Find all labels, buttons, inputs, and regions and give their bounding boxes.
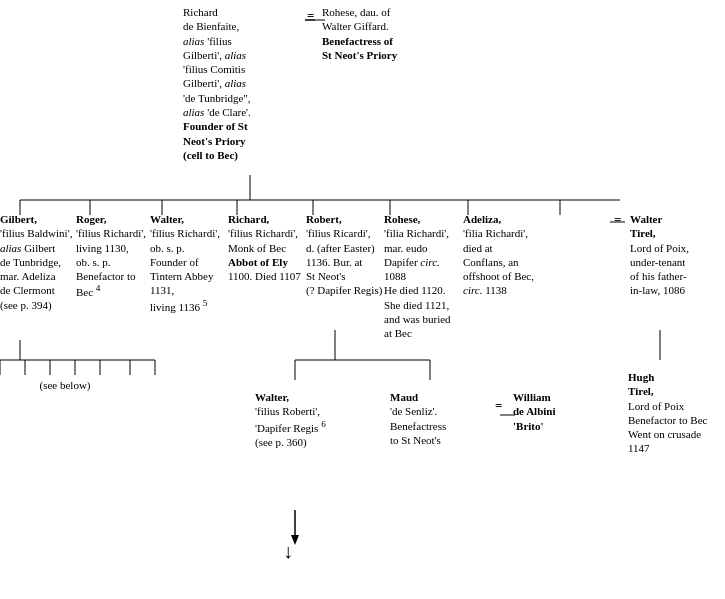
rohese-daughter-node: Rohese, 'filia Richardi', mar. eudo Dapi… [384, 212, 464, 341]
see-below-label: (see below) [10, 378, 120, 392]
walter-tirel-node: Walter Tirel, Lord of Poix, under-tenant… [630, 212, 720, 298]
hugh-tirel-node: Hugh Tirel, Lord of Poix Benefactor to B… [628, 370, 723, 456]
maud-node: Maud 'de Senliz'. Benefactress to St Neo… [390, 390, 465, 447]
family-tree-lines [0, 0, 725, 599]
walter-richard-node: Walter, 'filius Richardi', ob. s. p. Fou… [150, 212, 230, 314]
marriage-equals-3: = [495, 398, 502, 414]
richard-node: Richard de Bienfaite, alias 'filius Gilb… [183, 5, 303, 162]
walter-robert-node: Walter, 'filius Roberti', 'Dapifer Regis… [255, 390, 345, 449]
marriage-equals-1: = [307, 8, 314, 24]
rohese-wife-node: Rohese, dau. of Walter Giffard. Benefact… [322, 5, 432, 62]
adeliza-node: Adeliza, 'filia Richardi', died at Confl… [463, 212, 548, 298]
william-node: William de Albini 'Brito' [513, 390, 588, 433]
roger-node: Roger, 'filius Richardi', living 1130, o… [76, 212, 151, 299]
richard-son-node: Richard, 'filius Richardi', Monk of Bec … [228, 212, 308, 283]
marriage-equals-2: = [614, 212, 621, 228]
robert-node: Robert, 'filius Ricardi', d. (after East… [306, 212, 386, 298]
continuation-arrow: ↓ [283, 540, 293, 563]
gilbert-node: Gilbert, 'filius Baldwini', alias Gilber… [0, 212, 75, 312]
genealogy-chart: Richard de Bienfaite, alias 'filius Gilb… [0, 0, 725, 599]
